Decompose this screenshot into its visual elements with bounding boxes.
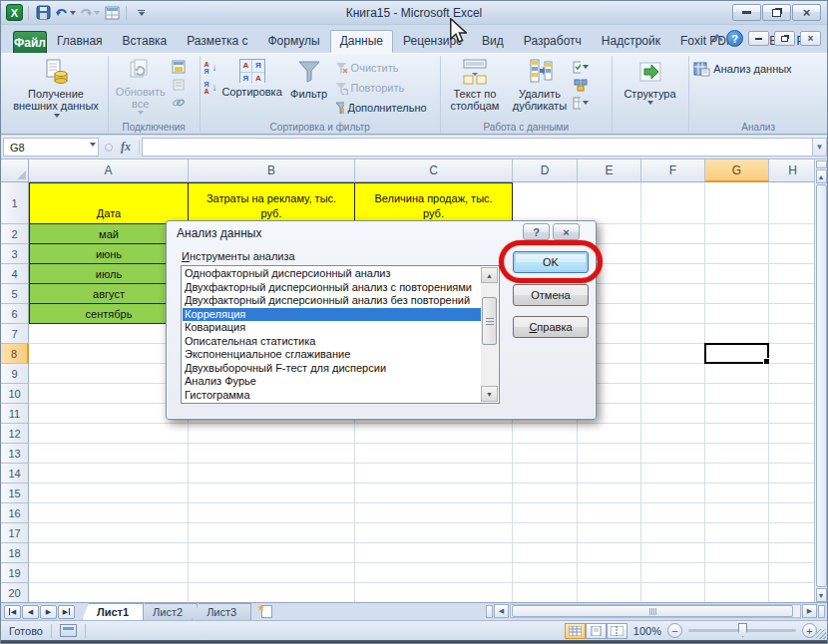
row-header-4[interactable]: 4 (1, 264, 29, 284)
help-button[interactable]: ? (726, 30, 743, 47)
tab-главная[interactable]: Главная (47, 30, 113, 53)
outline-button[interactable]: Структура (615, 57, 686, 119)
refresh-all-button[interactable]: Обновить все (111, 57, 171, 119)
scroll-down-button[interactable]: ▼ (816, 588, 827, 602)
minimize-button[interactable] (732, 4, 761, 21)
cell-B1[interactable]: Затраты на рекламу, тыс. руб. (189, 182, 355, 224)
row-header-10[interactable]: 10 (1, 384, 29, 404)
horizontal-scroll-track[interactable] (510, 604, 801, 618)
workbook-restore-button[interactable] (774, 31, 795, 46)
analysis-tool-item[interactable]: Экспоненциальное сглаживание (183, 348, 481, 362)
close-button[interactable]: × (792, 4, 821, 21)
row-header-8[interactable]: 8 (1, 344, 29, 364)
cell-A5[interactable]: август (29, 284, 189, 304)
filter-button[interactable]: Фильтр (285, 57, 333, 119)
row-header-12[interactable]: 12 (1, 424, 29, 444)
workbook-close-button[interactable]: × (800, 31, 821, 46)
cell-C20[interactable] (355, 583, 513, 602)
horizontal-scroll-thumb[interactable] (512, 605, 793, 617)
listbox-scrollbar[interactable]: ▲ ▼ (481, 267, 498, 402)
column-header-G[interactable]: G (705, 160, 769, 182)
cell-D12[interactable] (513, 424, 578, 444)
listbox-scroll-up[interactable]: ▲ (481, 267, 498, 283)
cell-F4[interactable] (641, 264, 705, 284)
collapse-ribbon-button[interactable] (713, 33, 721, 44)
row-header-11[interactable]: 11 (1, 404, 29, 424)
cell-E19[interactable] (578, 563, 641, 583)
cell-F19[interactable] (641, 563, 705, 583)
zoom-in-button[interactable]: + (802, 623, 817, 638)
vertical-scroll-thumb[interactable] (816, 184, 827, 587)
cell-A16[interactable] (29, 503, 189, 523)
analysis-tool-item[interactable]: Ковариация (183, 321, 481, 335)
cell-G4[interactable] (705, 264, 769, 284)
row-header-6[interactable]: 6 (1, 304, 29, 324)
cell-D18[interactable] (513, 543, 578, 563)
row-header-2[interactable]: 2 (1, 224, 29, 244)
expand-formula-bar-button[interactable]: ▼ (812, 138, 827, 157)
horizontal-split-handle[interactable] (486, 605, 493, 618)
cell-A2[interactable]: май (29, 224, 189, 244)
cell-F18[interactable] (641, 543, 705, 563)
select-all-corner[interactable] (1, 160, 29, 182)
cell-H17[interactable] (769, 523, 817, 543)
get-external-data-button[interactable]: Получение внешних данных (7, 57, 105, 119)
cell-E1[interactable] (578, 182, 641, 224)
first-sheet-button[interactable]: ◀ (4, 605, 21, 619)
listbox-scroll-thumb[interactable] (482, 297, 497, 345)
scroll-up-button[interactable]: ▲ (816, 169, 827, 183)
cell-C18[interactable] (355, 543, 513, 563)
cell-H6[interactable] (769, 304, 817, 324)
row-header-5[interactable]: 5 (1, 284, 29, 304)
column-header-B[interactable]: B (189, 160, 355, 182)
cell-G6[interactable] (705, 304, 769, 324)
cell-E12[interactable] (578, 424, 641, 444)
zoom-out-button[interactable]: − (667, 623, 682, 638)
cell-A10[interactable] (29, 384, 189, 404)
cell-F12[interactable] (641, 424, 705, 444)
cell-A1[interactable]: Дата (29, 182, 189, 224)
cell-E18[interactable] (578, 543, 641, 563)
cell-H7[interactable] (769, 324, 817, 344)
cell-A14[interactable] (29, 464, 189, 483)
row-header-15[interactable]: 15 (1, 483, 29, 503)
cell-A12[interactable] (29, 424, 189, 444)
cell-C16[interactable] (355, 503, 513, 523)
cell-H3[interactable] (769, 244, 817, 264)
cell-B19[interactable] (189, 563, 355, 583)
cell-H5[interactable] (769, 284, 817, 304)
cell-B12[interactable] (189, 424, 355, 444)
remove-duplicates-button[interactable]: Удалить дубликаты (507, 57, 573, 119)
cell-B20[interactable] (189, 583, 355, 602)
cell-D17[interactable] (513, 523, 578, 543)
cell-G16[interactable] (705, 503, 769, 523)
cell-F10[interactable] (641, 384, 705, 404)
text-to-columns-button[interactable]: Текст по столбцам (443, 57, 507, 119)
tab-данные[interactable]: Данные (330, 30, 393, 53)
cell-A3[interactable]: июнь (29, 244, 189, 264)
cell-A18[interactable] (29, 543, 189, 563)
cell-C17[interactable] (355, 523, 513, 543)
properties-button[interactable] (171, 77, 187, 93)
column-header-E[interactable]: E (578, 160, 641, 182)
row-header-3[interactable]: 3 (1, 244, 29, 264)
row-header-1[interactable]: 1 (1, 182, 29, 224)
tab-надстройк[interactable]: Надстройк (592, 30, 670, 53)
cell-F1[interactable] (641, 182, 705, 224)
analysis-tool-item[interactable]: Анализ Фурье (183, 375, 481, 389)
cell-G15[interactable] (705, 483, 769, 503)
sort-button[interactable]: АЯЯА Сортировка (219, 57, 285, 119)
cell-A4[interactable]: июль (29, 264, 189, 284)
cell-E13[interactable] (578, 444, 641, 464)
analysis-tool-item[interactable]: Однофакторный дисперсионный анализ (183, 267, 481, 281)
row-header-13[interactable]: 13 (1, 444, 29, 464)
cell-G18[interactable] (705, 543, 769, 563)
cell-B15[interactable] (189, 483, 355, 503)
cell-G17[interactable] (705, 523, 769, 543)
vertical-scrollbar[interactable]: ▲ ▼ (814, 160, 827, 602)
tab-вставка[interactable]: Вставка (113, 30, 178, 53)
scroll-right-button[interactable]: ▶ (802, 604, 817, 618)
cell-D16[interactable] (513, 503, 578, 523)
cell-H19[interactable] (769, 563, 817, 583)
insert-sheet-button[interactable] (257, 604, 283, 619)
